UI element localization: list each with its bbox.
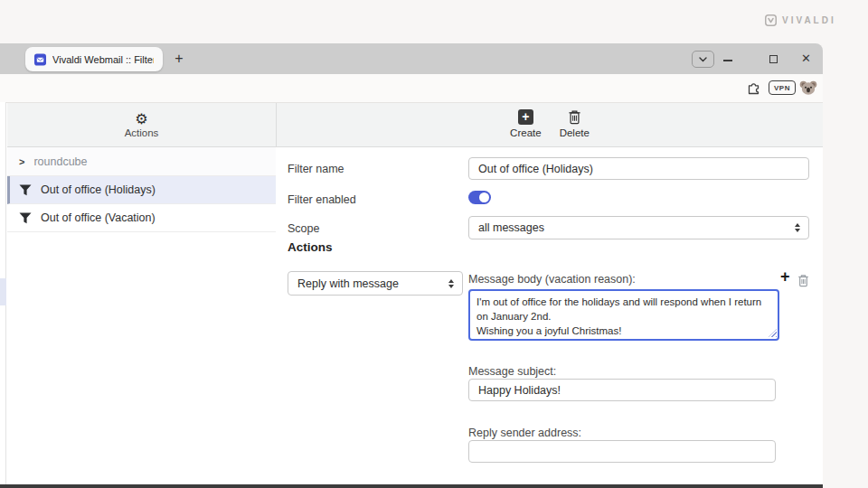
add-action-button[interactable]: + <box>780 268 790 285</box>
new-tab-button[interactable]: + <box>170 50 188 68</box>
message-body-textarea[interactable]: I'm out of office for the holidays and w… <box>468 289 779 341</box>
select-arrows-icon <box>795 223 800 232</box>
filter-toolbar: + Create Delete <box>276 103 823 147</box>
action-type-value: Reply with message <box>297 277 399 290</box>
filter-form: Filter name Filter enabled Scope all mes… <box>276 147 823 484</box>
actions-menu-button[interactable]: ⚙ Actions <box>7 103 276 147</box>
chevron-down-icon <box>699 57 707 62</box>
filter-funnel-icon <box>19 184 32 196</box>
create-button[interactable]: + Create <box>510 103 542 146</box>
tab-title: Vivaldi Webmail :: Filters <box>52 54 154 65</box>
create-plus-icon: + <box>518 109 533 125</box>
screen: VIVALDI Vivaldi Webmail :: Filters + ✕ a… <box>0 0 868 488</box>
actions-heading: Actions <box>288 240 333 254</box>
create-label: Create <box>510 127 542 138</box>
status-bar <box>0 484 823 488</box>
toggle-knob <box>479 192 489 202</box>
delete-label: Delete <box>560 127 590 138</box>
reply-sender-input[interactable] <box>468 440 776 463</box>
profile-avatar[interactable] <box>799 79 817 97</box>
sidebar-item-label: Out of office (Holidays) <box>41 183 156 196</box>
filter-enabled-label: Filter enabled <box>288 193 356 206</box>
vivaldi-brand: VIVALDI <box>765 14 836 26</box>
message-body-label: Message body (vacation reason): <box>468 273 636 286</box>
tab-menu-button[interactable] <box>692 51 714 68</box>
close-button[interactable]: ✕ <box>801 52 811 65</box>
action-type-select[interactable]: Reply with message <box>288 271 463 296</box>
remove-action-button[interactable] <box>797 274 809 291</box>
chevron-right-icon: > <box>19 156 24 167</box>
message-subject-input[interactable] <box>468 379 776 401</box>
filter-name-label: Filter name <box>288 163 344 175</box>
extensions-icon[interactable] <box>747 80 761 99</box>
scope-select[interactable]: all messages <box>468 216 809 239</box>
maximize-button[interactable] <box>769 55 778 63</box>
scope-label: Scope <box>288 222 319 235</box>
trash-icon <box>568 109 581 125</box>
sidebar-item-roundcube[interactable]: > roundcube <box>7 147 276 176</box>
gear-icon: ⚙ <box>135 111 147 127</box>
filter-enabled-toggle[interactable] <box>468 191 491 204</box>
sidebar-item-out-of-office-holidays[interactable]: Out of office (Holidays) <box>7 176 276 204</box>
scope-value: all messages <box>478 221 544 234</box>
brand-text: VIVALDI <box>782 15 836 25</box>
message-subject-label: Message subject: <box>468 365 556 378</box>
reply-sender-label: Reply sender address: <box>468 427 581 439</box>
filter-sets-selected-edge <box>0 278 6 305</box>
mail-favicon-icon <box>34 53 46 66</box>
sidebar-item-label: Out of office (Vacation) <box>41 211 156 224</box>
actions-menu-label: Actions <box>125 127 159 138</box>
trash-icon <box>797 274 809 287</box>
sidebar-item-label: roundcube <box>33 155 87 168</box>
minimize-button[interactable] <box>723 60 732 61</box>
address-bar: aldi.net <box>0 74 823 102</box>
filter-funnel-icon <box>19 212 32 224</box>
vivaldi-logo-icon <box>765 14 777 26</box>
sidebar-item-out-of-office-vacation[interactable]: Out of office (Vacation) <box>7 204 276 232</box>
filter-name-input[interactable] <box>468 157 809 180</box>
tab-webmail-filters[interactable]: Vivaldi Webmail :: Filters <box>25 47 163 71</box>
filters-sidebar: ⚙ Actions > roundcube Out of office (Hol… <box>7 103 276 484</box>
vpn-badge[interactable]: VPN <box>769 80 796 95</box>
select-arrows-icon <box>448 279 454 288</box>
delete-button[interactable]: Delete <box>560 103 590 146</box>
